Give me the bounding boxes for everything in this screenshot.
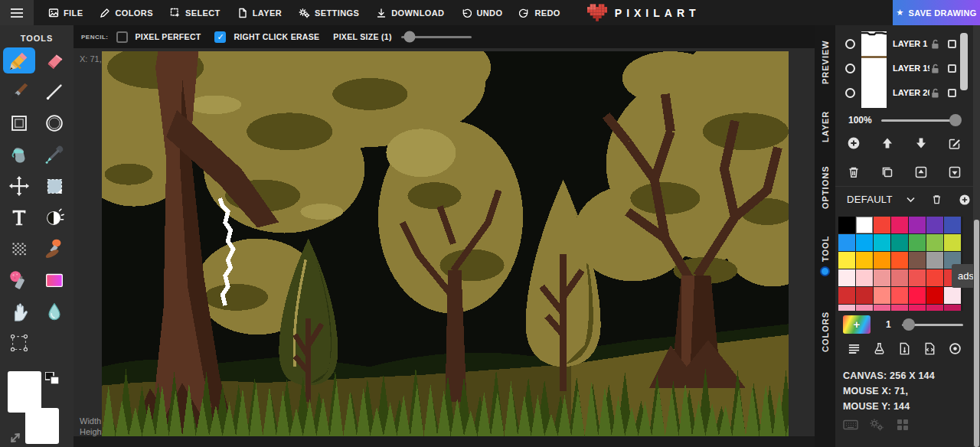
palette-swatch[interactable]	[874, 269, 890, 286]
lighten-tool-button[interactable]	[38, 204, 70, 230]
spray-tool-button[interactable]	[3, 267, 35, 293]
palette-swatch[interactable]	[838, 252, 855, 269]
merge-layer-down-button[interactable]	[947, 165, 962, 180]
unlock-icon[interactable]	[931, 88, 940, 98]
menu-redo[interactable]: REDO	[511, 0, 568, 25]
palette-name[interactable]: DEFAULT	[847, 194, 893, 205]
palette-swatch[interactable]	[891, 252, 908, 269]
layer-name[interactable]: LAYER 20	[893, 88, 929, 97]
menu-download[interactable]: DOWNLOAD	[368, 0, 452, 25]
palette-list-icon[interactable]	[846, 341, 861, 356]
edit-layer-button[interactable]	[947, 135, 962, 151]
palette-swatch[interactable]	[944, 305, 961, 311]
palette-swatch[interactable]	[926, 305, 943, 311]
color-mixer-flask-icon[interactable]	[871, 341, 887, 356]
menu-colors[interactable]: COLORS	[91, 0, 161, 25]
palette-swatch[interactable]	[874, 305, 890, 311]
menu-select[interactable]: SELECT	[162, 0, 229, 25]
color-size-slider-thumb[interactable]	[903, 318, 915, 331]
add-layer-button[interactable]	[846, 135, 861, 151]
tab-preview[interactable]: PREVIEW	[815, 33, 835, 91]
tab-tool[interactable]: TOOL	[815, 232, 835, 266]
palette-swatch[interactable]	[838, 287, 855, 304]
palette-swatch[interactable]	[891, 287, 908, 304]
palette-swatch[interactable]	[926, 287, 943, 304]
layer-visibility-toggle[interactable]	[845, 39, 855, 49]
layer-visibility-toggle[interactable]	[845, 88, 855, 98]
palette-swatch[interactable]	[944, 234, 961, 251]
page-scrollbar[interactable]	[973, 25, 980, 447]
menu-layer[interactable]: LAYER	[229, 0, 290, 25]
pixel-perfect-checkbox[interactable]	[116, 31, 128, 43]
menu-file[interactable]: FILE	[40, 0, 91, 25]
palette-swatch[interactable]	[909, 305, 926, 311]
layer-name[interactable]: LAYER 19	[893, 64, 929, 73]
page-scrollbar-thumb[interactable]	[974, 220, 979, 447]
color-size-slider[interactable]	[902, 324, 963, 326]
palette-swatch[interactable]	[874, 234, 890, 251]
unlock-icon[interactable]	[931, 39, 940, 49]
tab-options[interactable]: OPTIONS	[815, 160, 835, 215]
layer-select-checkbox[interactable]	[948, 89, 956, 97]
menu-settings[interactable]: SETTINGS	[290, 0, 368, 25]
drawing-canvas[interactable]	[102, 51, 789, 436]
tab-layer[interactable]: LAYER	[815, 105, 835, 148]
palette-swatch[interactable]	[838, 269, 855, 286]
transform-tool-button[interactable]	[3, 330, 35, 356]
palette-swatch[interactable]	[891, 234, 908, 251]
palette-swatch[interactable]	[909, 269, 926, 286]
swap-colors-icon[interactable]	[8, 429, 24, 445]
palette-swatch[interactable]	[874, 252, 890, 269]
palette-swatch[interactable]	[909, 234, 926, 251]
record-color-icon[interactable]	[947, 341, 962, 356]
layer-visibility-toggle[interactable]	[845, 64, 855, 73]
layer-row[interactable]: LAYER 1	[835, 31, 973, 56]
palette-swatch[interactable]	[909, 217, 926, 233]
palette-swatch[interactable]	[856, 287, 873, 304]
color-picker-tool-button[interactable]	[38, 142, 70, 168]
palette-swatch-selected[interactable]	[856, 217, 873, 233]
palette-swatch[interactable]	[891, 305, 908, 311]
line-tool-button[interactable]	[38, 79, 70, 105]
layer-opacity-slider-thumb[interactable]	[949, 114, 962, 126]
palette-swatch[interactable]	[856, 305, 873, 311]
rectangle-tool-button[interactable]	[3, 110, 35, 136]
palette-swatch[interactable]	[856, 269, 873, 286]
brush-tool-button[interactable]	[3, 79, 35, 105]
palette-swatch[interactable]	[944, 217, 961, 233]
import-palette-icon[interactable]	[897, 341, 912, 356]
add-palette-color-button[interactable]	[957, 192, 972, 207]
pencil-tool-button[interactable]	[3, 47, 35, 73]
palette-swatch[interactable]	[926, 234, 943, 251]
layer-select-checkbox[interactable]	[948, 40, 956, 48]
palette-swatch[interactable]	[838, 234, 855, 251]
palette-swatch[interactable]	[909, 287, 926, 304]
palette-swatch[interactable]	[856, 252, 873, 269]
palette-swatch[interactable]	[838, 305, 855, 311]
default-colors-icon[interactable]	[45, 372, 59, 385]
dither-tool-button[interactable]	[3, 236, 35, 262]
palette-swatch[interactable]	[856, 234, 873, 251]
layers-scrollbar[interactable]	[960, 33, 968, 90]
layer-opacity-slider[interactable]	[881, 119, 958, 122]
secondary-color-swatch[interactable]	[25, 408, 59, 444]
palette-swatch[interactable]	[926, 217, 943, 233]
palette-swatch[interactable]	[944, 287, 961, 304]
unlock-icon[interactable]	[931, 64, 940, 73]
tab-colors[interactable]: COLORS	[815, 307, 835, 356]
stamp-tool-button[interactable]	[38, 236, 70, 262]
gradient-tool-button[interactable]	[38, 267, 70, 293]
duplicate-layer-button[interactable]	[880, 165, 895, 180]
palette-swatch[interactable]	[926, 269, 943, 286]
move-tool-button[interactable]	[3, 173, 35, 199]
pixel-size-slider[interactable]	[401, 36, 472, 38]
eraser-tool-button[interactable]	[38, 47, 70, 73]
open-color-picker-button[interactable]: +	[843, 315, 871, 334]
pixel-size-slider-thumb[interactable]	[403, 31, 415, 43]
text-tool-button[interactable]	[3, 204, 35, 230]
pan-tool-button[interactable]	[3, 299, 35, 325]
delete-palette-button[interactable]	[929, 192, 945, 207]
select-tool-button[interactable]	[38, 173, 70, 199]
move-layer-up-button[interactable]	[880, 135, 895, 151]
move-layer-down-button[interactable]	[913, 135, 929, 151]
